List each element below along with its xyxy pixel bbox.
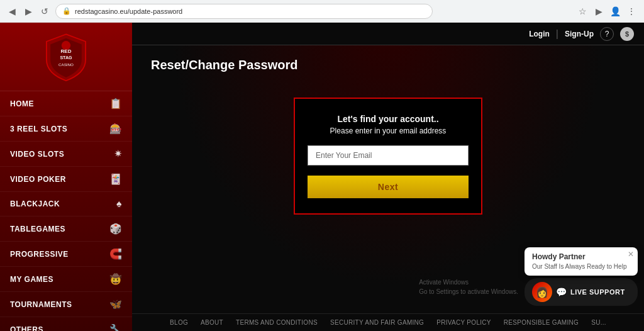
- help-icon[interactable]: ?: [600, 27, 614, 41]
- sidebar-item-home[interactable]: HOME 📋: [0, 91, 132, 116]
- live-support-button[interactable]: 👩 💬 LIVE SUPPORT: [525, 278, 638, 306]
- form-subheading: Please enter in your email address: [308, 126, 469, 135]
- chat-close-icon[interactable]: ✕: [628, 250, 634, 259]
- chat-title: Howdy Partner: [532, 252, 630, 261]
- footer-security[interactable]: SECURITY AND FAIR GAMING: [330, 319, 424, 326]
- menu-icon[interactable]: ⋮: [625, 5, 638, 18]
- footer-terms[interactable]: TERMS AND CONDITIONS: [236, 319, 318, 326]
- tablegames-icon: 🎲: [109, 223, 123, 235]
- 3reel-icon: 🎰: [109, 123, 123, 135]
- progressive-label: PROGRESSIVE: [10, 250, 69, 259]
- signup-button[interactable]: Sign-Up: [565, 30, 594, 38]
- ext-icon2[interactable]: 👤: [609, 5, 621, 18]
- sidebar-item-videoslots[interactable]: VIDEO SLOTS ✴: [0, 142, 132, 167]
- sidebar: RED STAG CASINO HOME 📋 3 REEL SLOTS 🎰 VI…: [0, 23, 132, 331]
- page-title: Reset/Change Password: [151, 58, 625, 72]
- tournaments-icon: 🦋: [109, 298, 123, 310]
- videopoker-label: VIDEO POKER: [10, 175, 66, 184]
- footer-about[interactable]: ABOUT: [201, 319, 223, 326]
- browser-bar: ◀ ▶ ↺ 🔒 redstagcasino.eu/update-password…: [0, 0, 644, 23]
- others-icon: 🔧: [109, 323, 123, 331]
- currency-icon[interactable]: $: [620, 27, 634, 41]
- progressive-icon: 🧲: [109, 248, 123, 260]
- sidebar-item-blackjack[interactable]: BLACKJACK ♠: [0, 192, 132, 216]
- sidebar-navigation: HOME 📋 3 REEL SLOTS 🎰 VIDEO SLOTS ✴ VIDE…: [0, 91, 132, 331]
- home-icon: 📋: [109, 98, 123, 109]
- chat-icon: 💬: [556, 287, 567, 297]
- main-header: Login | Sign-Up ? $: [132, 23, 644, 45]
- svg-point-3: [62, 41, 70, 50]
- live-support: ✕ Howdy Partner Our Staff Is Always Read…: [525, 247, 638, 306]
- email-input[interactable]: [308, 145, 469, 166]
- page-area: Reset/Change Password Let's find your ac…: [132, 45, 644, 331]
- tournaments-label: TOURNAMENTS: [10, 300, 72, 309]
- svg-text:STAG: STAG: [60, 55, 72, 60]
- footer-blog[interactable]: BLOG: [170, 319, 188, 326]
- others-label: OTHERS: [10, 325, 43, 332]
- home-label: HOME: [10, 99, 34, 108]
- sidebar-item-3reel[interactable]: 3 REEL SLOTS 🎰: [0, 116, 132, 142]
- url-text: redstagcasino.eu/update-password: [75, 8, 182, 15]
- videoslots-icon: ✴: [114, 148, 123, 160]
- main-content: Login | Sign-Up ? $ Reset/Change Passwor…: [132, 23, 644, 331]
- browser-right-icons: ☆ ▶ 👤 ⋮: [576, 5, 638, 18]
- windows-watermark: Activate Windows Go to Settings to activ…: [419, 278, 518, 296]
- blackjack-label: BLACKJACK: [10, 199, 60, 208]
- back-button[interactable]: ◀: [6, 6, 18, 17]
- lock-icon: 🔒: [62, 7, 71, 15]
- sidebar-item-others[interactable]: OTHERS 🔧: [0, 317, 132, 331]
- footer-responsible[interactable]: RESPONSIBLE GAMING: [504, 319, 579, 326]
- form-card: Let's find your account.. Please enter i…: [294, 98, 482, 215]
- blackjack-icon: ♠: [116, 198, 122, 210]
- sidebar-item-mygames[interactable]: MY GAMES 🤠: [0, 267, 132, 292]
- login-button[interactable]: Login: [529, 30, 550, 38]
- svg-text:CASINO: CASINO: [58, 62, 74, 67]
- footer-support[interactable]: SU...: [591, 319, 606, 326]
- live-support-label: LIVE SUPPORT: [570, 288, 625, 296]
- header-divider: |: [556, 28, 558, 40]
- app-container: RED STAG CASINO HOME 📋 3 REEL SLOTS 🎰 VI…: [0, 23, 644, 331]
- address-bar[interactable]: 🔒 redstagcasino.eu/update-password: [55, 4, 433, 19]
- footer-nav: BLOG ABOUT TERMS AND CONDITIONS SECURITY…: [132, 313, 644, 331]
- logo[interactable]: RED STAG CASINO: [0, 23, 132, 91]
- sidebar-item-videopoker[interactable]: VIDEO POKER 🃏: [0, 167, 132, 192]
- footer-privacy[interactable]: PRIVACY POLICY: [436, 319, 491, 326]
- sidebar-item-tournaments[interactable]: TOURNAMENTS 🦋: [0, 292, 132, 317]
- next-button[interactable]: Next: [308, 176, 469, 198]
- sidebar-item-progressive[interactable]: PROGRESSIVE 🧲: [0, 242, 132, 267]
- mygames-icon: 🤠: [109, 273, 123, 285]
- page-content-wrapper: Login | Sign-Up ? $ Reset/Change Passwor…: [132, 23, 644, 331]
- ext-icon1[interactable]: ▶: [592, 5, 605, 18]
- chat-message: Our Staff Is Always Ready to Help: [532, 262, 630, 271]
- refresh-button[interactable]: ↺: [39, 6, 50, 17]
- tablegames-label: TABLEGAMES: [10, 225, 65, 233]
- form-heading: Let's find your account..: [308, 114, 469, 124]
- forward-button[interactable]: ▶: [23, 6, 34, 17]
- 3reel-label: 3 REEL SLOTS: [10, 125, 67, 133]
- support-avatar: 👩: [532, 282, 552, 302]
- mygames-label: MY GAMES: [10, 275, 53, 284]
- chat-bubble: ✕ Howdy Partner Our Staff Is Always Read…: [525, 247, 638, 276]
- videoslots-label: VIDEO SLOTS: [10, 150, 64, 159]
- sidebar-item-tablegames[interactable]: TABLEGAMES 🎲: [0, 216, 132, 242]
- logo-shield: RED STAG CASINO: [41, 31, 91, 82]
- videopoker-icon: 🃏: [109, 173, 123, 185]
- star-icon[interactable]: ☆: [576, 5, 589, 18]
